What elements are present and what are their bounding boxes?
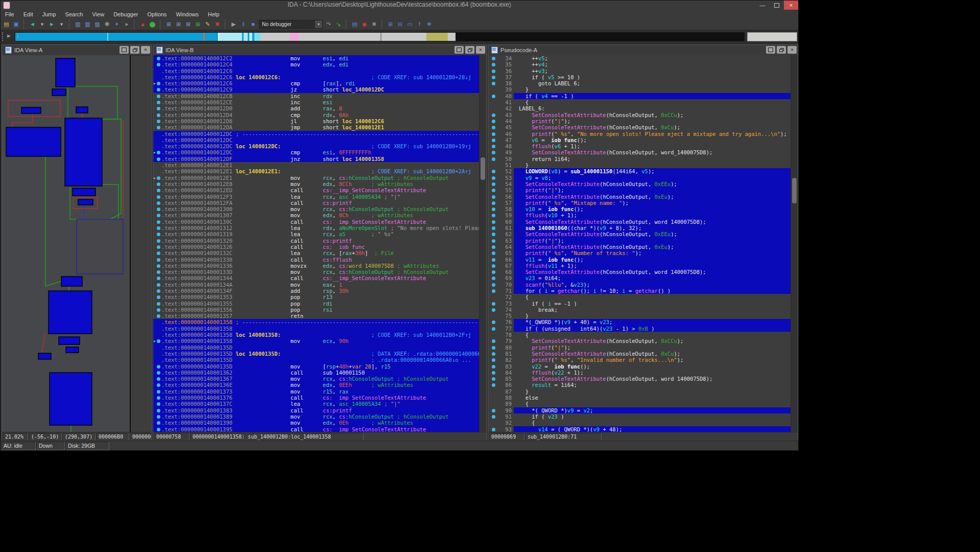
graph-overview[interactable] (2, 55, 131, 433)
pseudocode-line[interactable]: 55 printf("|"); (488, 187, 791, 193)
band-grip-icon[interactable] (2, 32, 6, 41)
disasm-line[interactable]: .text:00000001400012C6 (153, 68, 480, 74)
maximize-button[interactable] (770, 1, 784, 10)
win-close-button[interactable]: × (141, 46, 150, 54)
breakpoint-dot-icon[interactable] (492, 63, 495, 66)
breakpoint-dot-icon[interactable] (492, 76, 495, 79)
window-tile-icon[interactable]: ⊞ (386, 20, 395, 29)
pseudocode-line[interactable]: 40 if ( v4 == -1 ) (488, 93, 791, 99)
pseudocode-line[interactable]: 42LABEL_6: (488, 105, 791, 111)
pseudocode-line[interactable]: 90 *(_QWORD *)v9 = v2; (488, 407, 791, 413)
undefine-icon[interactable]: ✖ (212, 20, 222, 29)
disasm-line[interactable]: .text:000000014000133D mov rcx, cs:hCons… (153, 269, 480, 275)
pseudocode-line[interactable]: 73 if ( i == -1 ) (488, 301, 791, 307)
breakpoint-dot-icon[interactable] (157, 176, 160, 180)
disasm-line[interactable]: .text:0000000140001373 mov r15, rax (153, 388, 480, 395)
pseudocode-line[interactable]: 89 { (488, 401, 791, 407)
pseudocode-line[interactable]: 44 printf("|"); (488, 118, 791, 124)
nav-back-menu-icon[interactable]: ▾ (37, 20, 47, 29)
step-icon[interactable]: ↘ (333, 20, 343, 29)
breakpoint-dot-icon[interactable] (492, 251, 495, 255)
disasm-line[interactable]: .text:00000001400012C6 loc_1400012C6: ; … (153, 74, 480, 80)
pseudocode-line[interactable]: 63 printf("|"); (488, 238, 791, 244)
breakpoint-dot-icon[interactable] (157, 157, 160, 161)
breakpoint-dot-icon[interactable] (492, 377, 495, 381)
disasm-line[interactable]: .text:00000001400012C2 mov esi, edi (153, 55, 480, 61)
add-breakpoint-icon[interactable]: ◉ (360, 20, 369, 29)
disasm-line[interactable]: .text:00000001400012D4 cmp rdx, 0Ah (153, 112, 480, 118)
breakpoint-dot-icon[interactable] (157, 233, 160, 236)
graph-node[interactable] (6, 127, 61, 156)
edit-icon[interactable]: ✎ (203, 20, 212, 29)
breakpoint-dot-icon[interactable] (492, 245, 495, 249)
pseudocode-line[interactable]: 82 printf(" %s", "Invalid number of trac… (488, 357, 791, 363)
breakpoint-dot-icon[interactable] (157, 82, 160, 85)
graph-window-icon[interactable]: ❖ (424, 20, 434, 29)
pseudocode-line[interactable]: 69 v23 = 0i64; (488, 275, 791, 281)
breakpoint-dot-icon[interactable] (157, 314, 160, 318)
breakpoint-dot-icon[interactable] (157, 107, 160, 110)
breakpoint-dot-icon[interactable] (492, 371, 495, 375)
breakpoint-dot-icon[interactable] (157, 270, 160, 274)
breakpoint-dot-icon[interactable] (492, 70, 495, 73)
breakpoint-dot-icon[interactable] (492, 415, 495, 419)
pseudocode-line[interactable]: 34 ++v5; (488, 55, 791, 61)
breakpoint-dot-icon[interactable] (157, 396, 160, 400)
menu-search[interactable]: Search (61, 10, 88, 19)
disasm-line[interactable]: .text:0000000140001300 mov rcx, cs:hCons… (153, 206, 480, 212)
breakpoint-dot-icon[interactable] (492, 327, 495, 331)
disasm-line[interactable]: .text:0000000140001355 pop rdi (153, 301, 480, 307)
breakpoint-dot-icon[interactable] (157, 377, 160, 381)
output-window-icon[interactable]: ▭ (405, 20, 415, 29)
analysis-indicator-icon[interactable]: ▲ (138, 20, 148, 29)
pseudocode-line[interactable]: 88 else (488, 395, 791, 401)
breakpoint-dot-icon[interactable] (157, 88, 160, 91)
win-maximize-button[interactable] (766, 46, 775, 54)
breakpoint-dot-icon[interactable] (492, 189, 495, 192)
pseudocode-line[interactable]: 83 v22 = _iob_func(); (488, 363, 791, 370)
add-function-icon[interactable]: ⊞ (193, 20, 203, 29)
disasm-scrollbar[interactable] (479, 55, 486, 432)
win-close-button[interactable]: × (476, 46, 485, 54)
breakpoint-dot-icon[interactable] (157, 251, 160, 255)
pseudocode-line[interactable]: 57 printf(" %s", "Mixtape name: "); (488, 200, 791, 206)
disasm-line[interactable]: .text:00000001400012DF jnz short loc_140… (153, 156, 480, 162)
add-code-icon[interactable]: ⊞ (164, 20, 174, 29)
disasm-line[interactable]: .text:00000001400012FA call cs:printf (153, 200, 480, 206)
graph-node[interactable] (21, 107, 41, 113)
pseudocode-line[interactable]: 54 SetConsoleTextAttribute(hConsoleOutpu… (488, 181, 791, 187)
graph-node[interactable] (56, 58, 75, 87)
disasm-line[interactable]: .text:000000014000137C lea rcx, asc_1400… (153, 401, 480, 407)
breakpoint-dot-icon[interactable] (157, 390, 160, 394)
breakpoint-dot-icon[interactable] (492, 82, 495, 85)
breakpoint-dot-icon[interactable] (157, 208, 160, 211)
pseudocode-line[interactable]: 59 fflush(v10 + 1); (488, 212, 791, 218)
breakpoint-dot-icon[interactable] (492, 157, 495, 161)
disasm-line[interactable]: .text:00000001400012F3 lea rcx, asc_1400… (153, 194, 480, 200)
breakpoint-dot-icon[interactable] (157, 101, 160, 104)
breakpoint-dot-icon[interactable] (492, 151, 495, 154)
pseudocode-line[interactable]: 68 SetConsoleTextAttribute(hConsoleOutpu… (488, 269, 791, 275)
pseudocode-line[interactable]: 78 { (488, 332, 791, 338)
ida-view-b-titlebar[interactable]: IDA View-B × (153, 45, 486, 56)
breakpoint-dot-icon[interactable] (492, 170, 495, 173)
breakpoint-dot-icon[interactable] (492, 95, 495, 98)
breakpoint-dot-icon[interactable] (157, 189, 160, 192)
breakpoint-dot-icon[interactable] (492, 320, 495, 324)
pseudocode-line[interactable]: 35 ++v4; (488, 61, 791, 67)
breakpoint-dot-icon[interactable] (492, 270, 495, 274)
pseudocode-listing[interactable]: 34 ++v5;35 ++v4;36 ++v3;37 if ( v5 >= 10… (488, 55, 791, 432)
pseudocode-titlebar[interactable]: Pseudocode-A × (488, 45, 798, 56)
pseudocode-line[interactable]: 47 v6 = _iob_func(); (488, 137, 791, 143)
disasm-line[interactable]: .text:0000000140001362 call sub_14000115… (153, 370, 480, 376)
graph-node[interactable] (65, 118, 102, 186)
win-maximize-button[interactable] (455, 46, 464, 54)
disasm-line[interactable]: .text:00000001400012ED call cs:__imp_Set… (153, 187, 480, 193)
breakpoint-dot-icon[interactable] (492, 239, 495, 243)
pseudocode-line[interactable]: 52 LODWORD(v8) = sub_140001150(144i64, v… (488, 168, 791, 174)
disasm-line[interactable]: .text:00000001400012DC ; ---------------… (153, 131, 480, 137)
menu-file[interactable]: File (1, 10, 19, 19)
breakpoint-dot-icon[interactable] (492, 258, 495, 262)
breakpoint-dot-icon[interactable] (492, 365, 495, 369)
breakpoint-dot-icon[interactable] (492, 132, 495, 136)
